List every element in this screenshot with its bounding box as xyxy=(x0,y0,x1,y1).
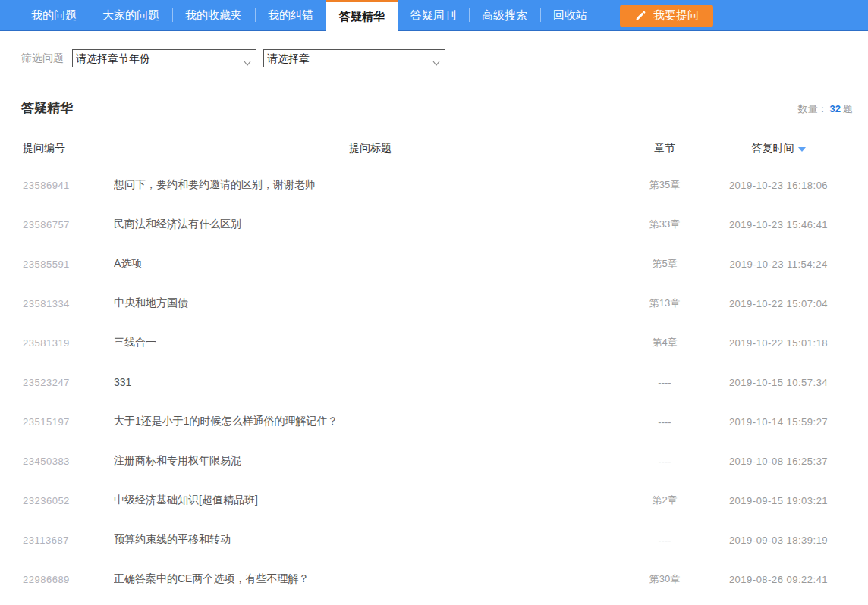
question-reply-time: 2019-10-22 15:07:04 xyxy=(703,298,854,309)
question-chapter: 第2章 xyxy=(627,494,703,507)
nav-tab[interactable]: 我的纠错 xyxy=(255,0,326,31)
table-row: 23236052 中级经济基础知识[超值精品班] 第2章 2019-09-15 … xyxy=(23,481,854,520)
question-id: 23586757 xyxy=(23,219,114,230)
question-id: 23585591 xyxy=(23,259,114,270)
question-reply-time: 2019-10-22 15:01:18 xyxy=(703,337,854,349)
question-count: 数量：32题 xyxy=(798,102,853,116)
question-id: 23450383 xyxy=(23,456,114,467)
table-body: 23586941 想问下，要约和要约邀请的区别，谢谢老师 第35章 2019-1… xyxy=(23,165,854,599)
table-header: 提问编号 提问标题 章节 答复时间 xyxy=(23,132,854,165)
question-id: 22986689 xyxy=(23,574,114,585)
question-chapter: 第4章 xyxy=(627,336,703,350)
question-reply-time: 2019-09-15 19:03:21 xyxy=(703,495,854,506)
caret-down-icon xyxy=(798,147,806,152)
question-chapter: 第30章 xyxy=(627,572,703,586)
question-chapter: ---- xyxy=(627,377,703,388)
nav-tabs: 我的问题大家的问题我的收藏夹我的纠错答疑精华答疑周刊高级搜索回收站 xyxy=(18,0,600,31)
question-title-link[interactable]: A选项 xyxy=(114,257,627,271)
question-id: 23523247 xyxy=(23,377,114,388)
question-reply-time: 2019-09-03 18:39:19 xyxy=(703,534,854,546)
table-row: 23450383 注册商标和专用权年限易混 ---- 2019-10-08 16… xyxy=(23,441,854,481)
question-reply-time: 2019-10-08 16:25:37 xyxy=(703,456,854,467)
nav-tab[interactable]: 答疑周刊 xyxy=(398,0,469,31)
question-title-link[interactable]: 三线合一 xyxy=(114,336,627,350)
question-id: 23113687 xyxy=(23,534,114,546)
header-question-id: 提问编号 xyxy=(23,142,114,155)
chapter-year-select[interactable]: 请选择章节年份 xyxy=(72,49,256,67)
question-title-link[interactable]: 中级经济基础知识[超值精品班] xyxy=(114,494,627,507)
pencil-icon xyxy=(634,10,646,22)
nav-tab[interactable]: 答疑精华 xyxy=(326,0,398,31)
question-title-link[interactable]: 大于1还是小于1的时候怎么样通俗的理解记住？ xyxy=(114,415,627,428)
count-label: 数量： xyxy=(798,103,828,114)
nav-tab[interactable]: 我的问题 xyxy=(18,0,90,31)
year-select-box: 请选择章节年份 xyxy=(72,49,256,67)
question-id: 23236052 xyxy=(23,495,114,506)
question-reply-time: 2019-10-14 15:59:27 xyxy=(703,416,854,428)
table-row: 23523247 331 ---- 2019-10-15 10:57:34 xyxy=(23,362,854,402)
filter-label: 筛选问题 xyxy=(21,52,64,65)
count-value: 32 xyxy=(828,103,843,114)
question-title-link[interactable]: 注册商标和专用权年限易混 xyxy=(114,454,627,468)
question-chapter: 第33章 xyxy=(627,218,703,231)
nav-tab[interactable]: 回收站 xyxy=(540,0,600,31)
nav-tab[interactable]: 高级搜索 xyxy=(469,0,540,31)
question-id: 23581334 xyxy=(23,298,114,309)
table-row: 22986689 正确答案中的CE两个选项，有些不理解？ 第30章 2019-0… xyxy=(23,560,854,599)
question-chapter: 第35章 xyxy=(627,178,703,192)
question-title-link[interactable]: 想问下，要约和要约邀请的区别，谢谢老师 xyxy=(114,178,627,192)
question-reply-time: 2019-08-26 09:22:41 xyxy=(703,574,854,585)
table-row: 23585591 A选项 第5章 2019-10-23 11:54:24 xyxy=(23,244,854,284)
chapter-select[interactable]: 请选择章 xyxy=(263,49,445,67)
count-unit: 题 xyxy=(843,103,853,114)
question-reply-time: 2019-10-23 15:46:41 xyxy=(703,219,854,230)
header-reply-time-label: 答复时间 xyxy=(752,142,794,155)
table-row: 23586757 民商法和经济法有什么区别 第33章 2019-10-23 15… xyxy=(23,205,854,244)
question-id: 23581319 xyxy=(23,337,114,349)
question-chapter: ---- xyxy=(627,416,703,428)
question-reply-time: 2019-10-23 16:18:06 xyxy=(703,180,854,191)
header-chapter: 章节 xyxy=(627,142,703,155)
header-reply-time-sort[interactable]: 答复时间 xyxy=(703,142,854,155)
question-reply-time: 2019-10-15 10:57:34 xyxy=(703,377,854,388)
question-id: 23515197 xyxy=(23,416,114,428)
question-title-link[interactable]: 正确答案中的CE两个选项，有些不理解？ xyxy=(114,572,627,586)
ask-question-button[interactable]: 我要提问 xyxy=(620,5,713,27)
question-title-link[interactable]: 预算约束线的平移和转动 xyxy=(114,533,627,547)
chapter-select-box: 请选择章 xyxy=(263,49,445,67)
question-chapter: 第5章 xyxy=(627,257,703,271)
qa-table: 提问编号 提问标题 章节 答复时间 23586941 想问下，要约和要约邀请的区… xyxy=(23,132,854,599)
question-id: 23586941 xyxy=(23,180,114,191)
question-chapter: ---- xyxy=(627,534,703,546)
question-title-link[interactable]: 331 xyxy=(114,376,627,388)
ask-question-label: 我要提问 xyxy=(653,8,699,23)
top-navbar: 我的问题大家的问题我的收藏夹我的纠错答疑精华答疑周刊高级搜索回收站 我要提问 xyxy=(0,0,868,31)
table-row: 23581334 中央和地方国债 第13章 2019-10-22 15:07:0… xyxy=(23,284,854,323)
question-title-link[interactable]: 民商法和经济法有什么区别 xyxy=(114,218,627,231)
filter-row: 筛选问题 请选择章节年份 请选择章 xyxy=(21,49,868,67)
table-row: 23113687 预算约束线的平移和转动 ---- 2019-09-03 18:… xyxy=(23,520,854,560)
table-row: 23581319 三线合一 第4章 2019-10-22 15:01:18 xyxy=(23,323,854,362)
header-question-title: 提问标题 xyxy=(114,142,627,155)
nav-tab[interactable]: 大家的问题 xyxy=(90,0,172,31)
nav-tab[interactable]: 我的收藏夹 xyxy=(172,0,255,31)
question-chapter: 第13章 xyxy=(627,296,703,310)
table-row: 23586941 想问下，要约和要约邀请的区别，谢谢老师 第35章 2019-1… xyxy=(23,165,854,205)
question-title-link[interactable]: 中央和地方国债 xyxy=(114,296,627,310)
question-reply-time: 2019-10-23 11:54:24 xyxy=(703,259,854,270)
table-row: 23515197 大于1还是小于1的时候怎么样通俗的理解记住？ ---- 201… xyxy=(23,402,854,441)
page-title: 答疑精华 xyxy=(21,99,73,117)
section-heading-row: 答疑精华 数量：32题 xyxy=(21,99,853,117)
question-chapter: ---- xyxy=(627,456,703,467)
